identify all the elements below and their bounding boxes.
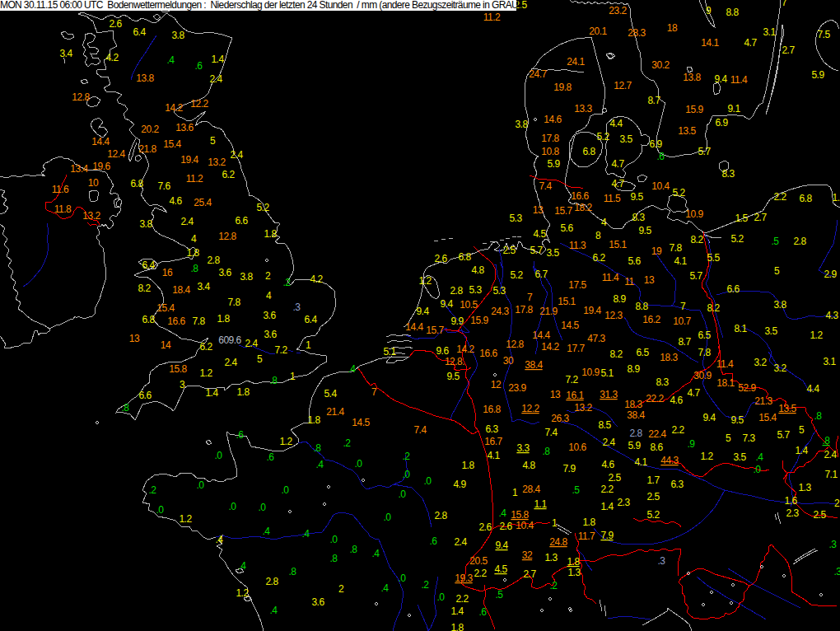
svg-text:10.9: 10.9 [581, 367, 600, 378]
svg-text:4.7: 4.7 [744, 37, 757, 49]
svg-text:1.4: 1.4 [600, 501, 614, 512]
svg-text:11.3: 11.3 [569, 240, 586, 251]
svg-text:2.4: 2.4 [245, 338, 258, 349]
svg-text:3.6: 3.6 [263, 310, 276, 321]
svg-text:13: 13 [550, 389, 561, 400]
svg-text:6.8: 6.8 [799, 193, 812, 204]
svg-text:5.2: 5.2 [672, 187, 685, 199]
svg-text:19.3: 19.3 [455, 573, 473, 584]
svg-text:11.8: 11.8 [54, 203, 72, 215]
svg-text:3.5: 3.5 [619, 133, 632, 145]
svg-text:13: 13 [644, 274, 655, 286]
svg-text:5.2: 5.2 [730, 233, 744, 245]
svg-text:14.4: 14.4 [405, 321, 423, 333]
svg-text:25.4: 25.4 [194, 197, 212, 208]
svg-text:3.8: 3.8 [515, 119, 528, 130]
svg-text:.4: .4 [498, 507, 506, 519]
svg-text:.4: .4 [215, 534, 223, 545]
svg-text:4.6: 4.6 [601, 459, 614, 470]
svg-text:.2: .2 [343, 437, 351, 449]
svg-text:1.8: 1.8 [461, 460, 474, 471]
svg-text:14.2: 14.2 [456, 344, 474, 355]
svg-text:.8: .8 [313, 442, 321, 454]
svg-text:7.1: 7.1 [824, 469, 838, 480]
svg-text:6.9: 6.9 [649, 138, 662, 150]
svg-text:1.5: 1.5 [735, 213, 748, 224]
svg-text:3: 3 [180, 379, 185, 390]
svg-text:12: 12 [491, 379, 502, 390]
svg-text:2.4: 2.4 [180, 216, 194, 227]
svg-text:13.8: 13.8 [136, 72, 154, 84]
svg-text:.0: .0 [228, 501, 236, 512]
svg-text:3.8: 3.8 [773, 299, 786, 311]
svg-text:.0: .0 [753, 464, 761, 475]
svg-text:18.1: 18.1 [716, 377, 735, 389]
svg-text:1: 1 [552, 517, 558, 529]
svg-text:9.5: 9.5 [638, 225, 651, 236]
svg-text:5.9: 5.9 [547, 158, 560, 170]
svg-text:9.4: 9.4 [440, 298, 453, 310]
svg-text:.0: .0 [329, 534, 338, 545]
svg-text:10.8: 10.8 [541, 146, 559, 157]
svg-text:5.3: 5.3 [469, 284, 482, 296]
svg-text:.5: .5 [495, 589, 503, 601]
svg-text:11.7: 11.7 [578, 531, 595, 542]
svg-text:19.8: 19.8 [553, 82, 572, 93]
svg-text:5.2: 5.2 [646, 509, 660, 521]
svg-text:.6: .6 [478, 606, 487, 618]
svg-text:2: 2 [338, 583, 344, 595]
svg-text:4.6: 4.6 [169, 195, 182, 207]
svg-text:5.7: 5.7 [777, 429, 790, 441]
svg-text:.4: .4 [755, 451, 763, 463]
svg-text:2.2: 2.2 [474, 568, 487, 579]
svg-text:11.2: 11.2 [483, 12, 501, 23]
svg-text:15.9: 15.9 [470, 315, 488, 326]
svg-text:6.7: 6.7 [534, 269, 548, 280]
svg-text:14.5: 14.5 [352, 417, 370, 428]
svg-text:2.6: 2.6 [499, 521, 512, 532]
svg-text:15.4: 15.4 [156, 302, 175, 314]
svg-text:6.3: 6.3 [670, 479, 684, 490]
svg-text:3.2: 3.2 [754, 357, 767, 368]
svg-text:7.2: 7.2 [565, 374, 578, 386]
svg-text:13.3: 13.3 [574, 103, 592, 115]
svg-text:.0: .0 [281, 484, 289, 496]
svg-text:21.3: 21.3 [754, 395, 772, 407]
svg-text:8.2: 8.2 [690, 234, 703, 245]
svg-text:14.4: 14.4 [532, 330, 550, 341]
svg-text:.0: .0 [402, 469, 410, 480]
svg-text:7.8: 7.8 [227, 297, 240, 308]
svg-text:22.2: 22.2 [646, 393, 664, 404]
svg-text:3.4: 3.4 [59, 48, 72, 59]
svg-text:2.5: 2.5 [608, 472, 621, 484]
svg-text:1.2: 1.2 [199, 367, 212, 379]
svg-text:2.8: 2.8 [265, 576, 278, 587]
svg-text:2.4: 2.4 [230, 149, 243, 161]
svg-text:1.4: 1.4 [450, 605, 464, 617]
svg-text:7.4: 7.4 [413, 424, 427, 436]
svg-text:3.8: 3.8 [139, 218, 152, 230]
svg-text:8.7: 8.7 [647, 95, 660, 106]
svg-text:11.4: 11.4 [730, 74, 748, 86]
svg-text:2.7: 2.7 [754, 212, 767, 223]
svg-text:18.4: 18.4 [172, 284, 190, 296]
svg-text:4.7: 4.7 [611, 158, 624, 170]
svg-text:3.3: 3.3 [516, 442, 530, 454]
svg-text:30.2: 30.2 [651, 59, 670, 71]
svg-text:9: 9 [706, 5, 712, 16]
svg-text:7: 7 [782, 0, 787, 8]
svg-text:20.1: 20.1 [589, 26, 607, 37]
svg-text:5: 5 [726, 432, 731, 444]
svg-text:4.2: 4.2 [105, 52, 119, 63]
svg-text:10: 10 [88, 177, 99, 189]
svg-text:9.4: 9.4 [702, 412, 716, 423]
svg-text:10.9: 10.9 [685, 208, 703, 220]
svg-text:2.2: 2.2 [600, 484, 614, 495]
svg-text:2.3: 2.3 [786, 507, 799, 519]
svg-text:.8: .8 [121, 402, 129, 414]
svg-text:8.9: 8.9 [613, 293, 626, 305]
svg-text:14.1: 14.1 [701, 37, 719, 49]
svg-text:609.6: 609.6 [218, 334, 241, 346]
svg-text:24.7: 24.7 [529, 68, 547, 80]
svg-text:7: 7 [527, 292, 533, 303]
